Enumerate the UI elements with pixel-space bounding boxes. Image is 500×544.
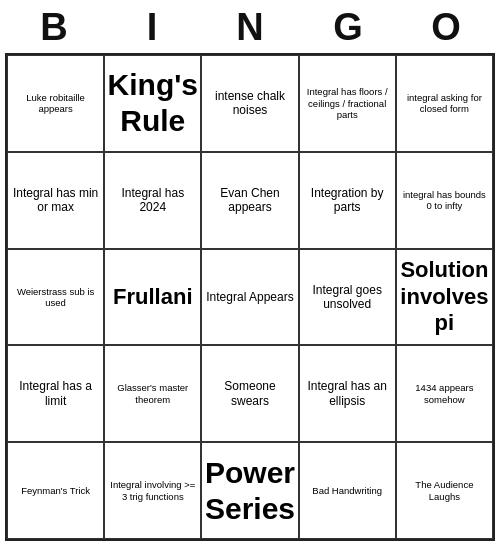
bingo-cell-1[interactable]: King's Rule: [104, 55, 201, 152]
bingo-cell-17[interactable]: Someone swears: [201, 345, 298, 442]
bingo-cell-text-20: Feynman's Trick: [21, 485, 90, 496]
bingo-cell-20[interactable]: Feynman's Trick: [7, 442, 104, 539]
bingo-cell-23[interactable]: Bad Handwriting: [299, 442, 396, 539]
bingo-letter-b: B: [10, 6, 98, 49]
bingo-cell-text-4: integral asking for closed form: [400, 92, 489, 115]
bingo-cell-22[interactable]: Power Series: [201, 442, 298, 539]
bingo-cell-text-3: Integral has floors / ceilings / fractio…: [303, 86, 392, 120]
bingo-cell-text-13: Integral goes unsolved: [303, 283, 392, 312]
bingo-cell-9[interactable]: integral has bounds 0 to infty: [396, 152, 493, 249]
bingo-cell-text-1: King's Rule: [108, 67, 198, 139]
bingo-cell-text-12: Integral Appears: [206, 290, 293, 304]
bingo-cell-text-14: Solution involves pi: [400, 257, 489, 336]
bingo-cell-8[interactable]: Integration by parts: [299, 152, 396, 249]
bingo-cell-text-6: Integral has 2024: [108, 186, 197, 215]
bingo-cell-4[interactable]: integral asking for closed form: [396, 55, 493, 152]
bingo-cell-text-16: Glasser's master theorem: [108, 382, 197, 405]
bingo-cell-text-17: Someone swears: [205, 379, 294, 408]
bingo-cell-text-9: integral has bounds 0 to infty: [400, 189, 489, 212]
bingo-cell-text-0: Luke robitaille appears: [11, 92, 100, 115]
bingo-cell-13[interactable]: Integral goes unsolved: [299, 249, 396, 346]
bingo-cell-10[interactable]: Weierstrass sub is used: [7, 249, 104, 346]
bingo-cell-7[interactable]: Evan Chen appears: [201, 152, 298, 249]
bingo-cell-text-7: Evan Chen appears: [205, 186, 294, 215]
bingo-cell-24[interactable]: The Audience Laughs: [396, 442, 493, 539]
bingo-cell-text-2: intense chalk noises: [205, 89, 294, 118]
bingo-cell-text-8: Integration by parts: [303, 186, 392, 215]
bingo-cell-12[interactable]: Integral Appears: [201, 249, 298, 346]
bingo-cell-0[interactable]: Luke robitaille appears: [7, 55, 104, 152]
bingo-cell-21[interactable]: Integral involving >= 3 trig functions: [104, 442, 201, 539]
bingo-cell-15[interactable]: Integral has a limit: [7, 345, 104, 442]
bingo-cell-text-11: Frullani: [113, 284, 192, 310]
bingo-grid: Luke robitaille appearsKing's Ruleintens…: [5, 53, 495, 541]
bingo-cell-6[interactable]: Integral has 2024: [104, 152, 201, 249]
bingo-cell-text-22: Power Series: [205, 455, 295, 527]
bingo-cell-19[interactable]: 1434 appears somehow: [396, 345, 493, 442]
bingo-cell-18[interactable]: Integral has an ellipsis: [299, 345, 396, 442]
bingo-cell-2[interactable]: intense chalk noises: [201, 55, 298, 152]
bingo-cell-14[interactable]: Solution involves pi: [396, 249, 493, 346]
bingo-cell-text-10: Weierstrass sub is used: [11, 286, 100, 309]
bingo-letter-i: I: [108, 6, 196, 49]
bingo-cell-11[interactable]: Frullani: [104, 249, 201, 346]
bingo-header: BINGO: [5, 0, 495, 53]
bingo-cell-text-18: Integral has an ellipsis: [303, 379, 392, 408]
bingo-cell-text-23: Bad Handwriting: [312, 485, 382, 496]
bingo-cell-text-24: The Audience Laughs: [400, 479, 489, 502]
bingo-cell-text-5: Integral has min or max: [11, 186, 100, 215]
bingo-cell-16[interactable]: Glasser's master theorem: [104, 345, 201, 442]
bingo-cell-text-15: Integral has a limit: [11, 379, 100, 408]
bingo-cell-5[interactable]: Integral has min or max: [7, 152, 104, 249]
bingo-letter-g: G: [304, 6, 392, 49]
bingo-cell-text-19: 1434 appears somehow: [400, 382, 489, 405]
bingo-cell-3[interactable]: Integral has floors / ceilings / fractio…: [299, 55, 396, 152]
bingo-letter-o: O: [402, 6, 490, 49]
bingo-letter-n: N: [206, 6, 294, 49]
bingo-cell-text-21: Integral involving >= 3 trig functions: [108, 479, 197, 502]
